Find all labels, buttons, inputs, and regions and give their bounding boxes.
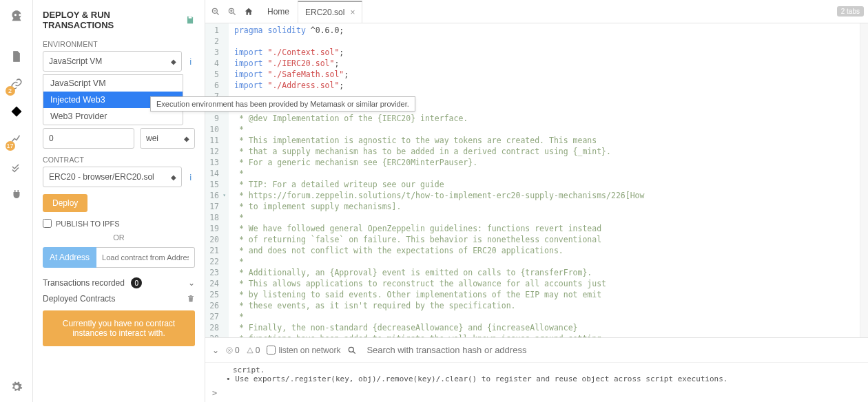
value-input[interactable] <box>43 128 134 149</box>
terminal-toggle-icon[interactable]: ⌄ <box>212 346 219 355</box>
svg-line-5 <box>234 12 236 14</box>
info-icon[interactable]: i <box>186 172 195 182</box>
environment-select[interactable] <box>43 51 182 72</box>
remix-logo-icon[interactable] <box>4 6 29 30</box>
code-editor[interactable]: 1234567891011121314151617181920212223242… <box>205 23 868 337</box>
svg-line-2 <box>217 12 219 14</box>
settings-gear-icon[interactable] <box>4 374 29 399</box>
scrollbar[interactable] <box>860 23 868 337</box>
contract-label: CONTRACT <box>43 156 195 164</box>
analytics-icon[interactable]: 17 <box>4 127 29 151</box>
environment-tooltip: Execution environment has been provided … <box>150 96 415 112</box>
at-address-button[interactable]: At Address <box>43 247 96 268</box>
file-tab-label: ERC20.sol <box>305 8 344 17</box>
chevron-down-icon[interactable]: ⌄ <box>188 278 195 288</box>
checkmark-icon[interactable] <box>4 154 29 179</box>
file-explorer-icon[interactable] <box>4 44 29 69</box>
trash-icon[interactable] <box>187 295 195 303</box>
zoom-out-icon[interactable] <box>211 7 226 17</box>
transactions-recorded-label: Transactions recorded <box>43 278 125 288</box>
zoom-in-icon[interactable] <box>227 7 242 17</box>
close-icon[interactable]: × <box>350 8 355 17</box>
environment-label: ENVIRONMENT <box>43 40 195 48</box>
console-line: script. <box>233 366 861 374</box>
value-unit-select[interactable] <box>140 128 195 149</box>
svg-line-12 <box>353 351 355 353</box>
env-option-jsvm[interactable]: JavaScript VM <box>43 75 183 92</box>
save-icon[interactable] <box>185 15 195 25</box>
icon-sidebar: 2 17 <box>0 0 33 402</box>
terminal: ⌄ 0 0 listen on network <box>205 337 868 402</box>
deploy-panel: DEPLOY & RUN TRANSACTIONS ENVIRONMENT ◆ … <box>33 0 205 402</box>
badge: 17 <box>6 141 15 151</box>
deploy-button[interactable]: Deploy <box>43 194 87 212</box>
svg-point-11 <box>349 347 354 352</box>
badge: 2 <box>6 86 15 96</box>
terminal-prompt[interactable]: > <box>205 388 868 402</box>
home-tab[interactable]: Home <box>260 7 296 17</box>
at-address-input[interactable] <box>96 247 195 268</box>
contract-select[interactable] <box>43 167 182 187</box>
plugin-link-icon[interactable]: 2 <box>4 72 29 96</box>
plug-icon[interactable] <box>4 182 29 207</box>
listen-network-label: listen on network <box>278 346 340 355</box>
tab-count-badge: 2 tabs <box>837 6 864 17</box>
info-icon[interactable]: i <box>186 56 195 67</box>
search-icon[interactable] <box>347 346 357 355</box>
console-line: Use exports/.register(key, obj)/.remove(… <box>226 374 861 383</box>
publish-label: PUBLISH TO IPFS <box>56 220 120 228</box>
tx-count: 0 <box>131 277 142 288</box>
or-label: OR <box>43 233 195 242</box>
home-icon[interactable] <box>244 7 259 17</box>
warn-count: 0 <box>247 346 260 355</box>
file-tab[interactable]: ERC20.sol × <box>298 1 362 23</box>
terminal-search-input[interactable] <box>364 342 861 358</box>
tab-bar: Home ERC20.sol × 2 tabs <box>205 0 868 23</box>
panel-title: DEPLOY & RUN TRANSACTIONS <box>43 10 180 30</box>
publish-ipfs-checkbox[interactable] <box>43 219 52 228</box>
error-count: 0 <box>226 346 240 355</box>
svg-rect-0 <box>189 17 192 19</box>
deploy-icon[interactable] <box>4 99 29 124</box>
listen-network-checkbox[interactable] <box>267 346 276 355</box>
deployed-contracts-label: Deployed Contracts <box>43 294 115 304</box>
no-instances-notice: Currently you have no contract instances… <box>43 310 195 346</box>
